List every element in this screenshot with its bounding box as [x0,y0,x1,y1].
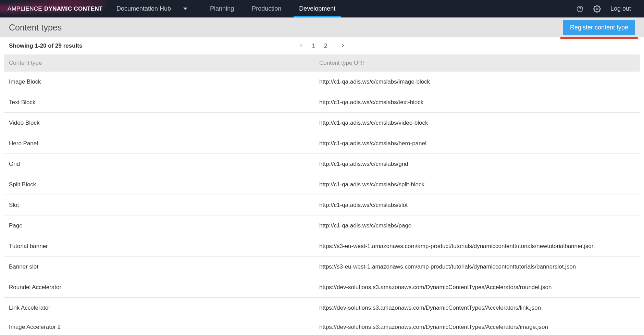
caret-down-icon [183,8,187,10]
subheader: Content types Register content type [0,17,644,37]
row-uri: https://dev-solutions.s3.amazonaws.com/D… [319,284,640,291]
content-type-table: Content type Content type URI Image Bloc… [0,54,644,331]
col-header-uri: Content type URI [319,60,640,66]
row-uri: https://dev-solutions.s3.amazonaws.com/D… [319,305,640,311]
brand-bold: DYNAMIC CONTENT [44,5,103,12]
results-bar: Showing 1-20 of 29 results 12 [0,37,644,54]
nav-tab-production[interactable]: Production [243,0,290,17]
svg-point-2 [596,8,598,10]
logout-link[interactable]: Log out [610,5,631,12]
page-1[interactable]: 1 [310,42,317,50]
nav-tab-development[interactable]: Development [290,0,344,17]
results-count: Showing 1-20 of 29 results [9,42,82,49]
topbar-right: Log out [576,0,644,17]
nav-tab-planning[interactable]: Planning [201,0,243,17]
row-name: Banner slot [4,263,319,270]
row-name: Roundel Accelerator [4,284,319,291]
row-name: Split Block [4,181,319,188]
table-row[interactable]: Split Blockhttp://c1-qa.adis.ws/c/cmslab… [4,174,640,195]
row-uri: http://c1-qa.adis.ws/c/cmslabs/text-bloc… [319,99,640,106]
row-name: Link Accelerator [4,305,319,311]
table-row[interactable]: Tutorial bannerhttps://s3-eu-west-1.amaz… [4,236,640,257]
row-uri: http://c1-qa.adis.ws/c/cmslabs/hero-pane… [319,140,640,147]
row-name: Page [4,222,319,229]
table-row[interactable]: Banner slothttps://s3-eu-west-1.amazonaw… [4,257,640,277]
brand-logo: AMPLIENCE DYNAMIC CONTENT [0,0,106,17]
page-prev-icon[interactable] [299,42,304,50]
row-uri: https://dev-solutions.s3.amazonaws.com/D… [319,324,640,331]
page-title: Content types [9,23,62,33]
help-icon[interactable] [576,5,584,13]
row-name: Tutorial banner [4,243,319,250]
row-uri: http://c1-qa.adis.ws/c/cmslabs/split-blo… [319,181,640,188]
row-uri: http://c1-qa.adis.ws/c/cmslabs/video-blo… [319,120,640,126]
register-content-type-button[interactable]: Register content type [563,20,635,35]
table-body: Image Blockhttp://c1-qa.adis.ws/c/cmslab… [4,72,640,318]
svg-point-1 [580,10,580,10]
row-name: Video Block [4,120,319,126]
table-row[interactable]: Pagehttp://c1-qa.adis.ws/c/cmslabs/page [4,215,640,236]
topbar: AMPLIENCE DYNAMIC CONTENT Documentation … [0,0,644,17]
pagination: 12 [299,42,345,50]
table-header: Content type Content type URI [4,54,640,72]
register-wrap: Register content type [563,20,635,35]
page-next-icon[interactable] [340,42,345,50]
row-name: Slot [4,202,319,209]
table-row[interactable]: Link Acceleratorhttps://dev-solutions.s3… [4,298,640,318]
table-row[interactable]: Gridhttp://c1-qa.adis.ws/c/cmslabs/grid [4,154,640,174]
table-row[interactable]: Roundel Acceleratorhttps://dev-solutions… [4,277,640,298]
table-row[interactable]: Hero Panelhttp://c1-qa.adis.ws/c/cmslabs… [4,133,640,154]
nav-tabs: PlanningProductionDevelopment [201,0,344,17]
row-uri: http://c1-qa.adis.ws/c/cmslabs/image-blo… [319,78,640,85]
row-uri: http://c1-qa.adis.ws/c/cmslabs/slot [319,202,640,209]
row-name: Image Block [4,78,319,85]
settings-gear-icon[interactable] [593,5,601,13]
table-row[interactable]: Video Blockhttp://c1-qa.adis.ws/c/cmslab… [4,113,640,133]
page-2[interactable]: 2 [322,42,330,50]
row-name: Hero Panel [4,140,319,147]
table-row-partial[interactable]: Image Accelerator 2 https://dev-solution… [4,318,640,331]
row-uri: https://s3-eu-west-1.amazonaws.com/amp-p… [319,263,640,270]
row-uri: http://c1-qa.adis.ws/c/cmslabs/grid [319,161,640,168]
row-uri: http://c1-qa.adis.ws/c/cmslabs/page [319,222,640,229]
table-row[interactable]: Text Blockhttp://c1-qa.adis.ws/c/cmslabs… [4,92,640,113]
row-name: Image Accelerator 2 [4,324,319,331]
row-name: Grid [4,161,319,168]
row-uri: https://s3-eu-west-1.amazonaws.com/amp-p… [319,243,640,250]
row-name: Text Block [4,99,319,106]
hub-selector-label: Documentation Hub [116,5,171,12]
hub-selector[interactable]: Documentation Hub [106,0,201,17]
col-header-name: Content type [4,60,319,66]
table-row[interactable]: Slothttp://c1-qa.adis.ws/c/cmslabs/slot [4,195,640,215]
brand-light: AMPLIENCE [8,5,42,12]
table-row[interactable]: Image Blockhttp://c1-qa.adis.ws/c/cmslab… [4,72,640,92]
